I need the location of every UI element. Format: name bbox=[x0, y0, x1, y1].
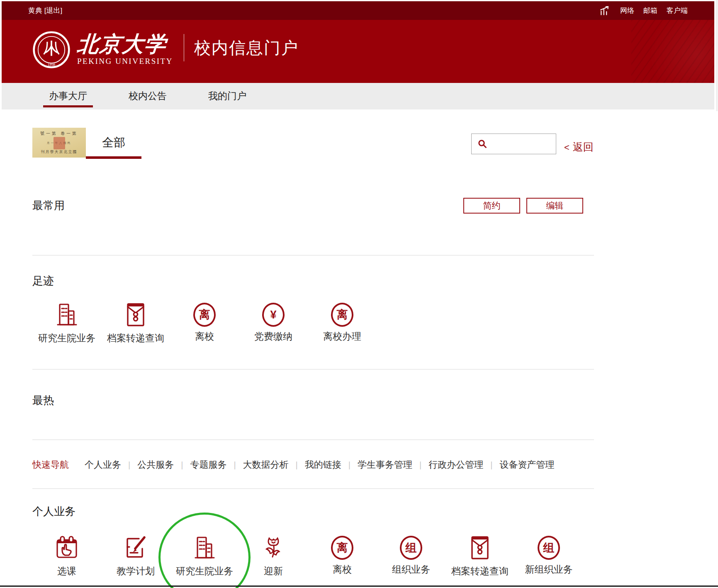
service-item-label: 党费缴纳 bbox=[254, 330, 292, 343]
section-divider bbox=[32, 488, 594, 489]
nav-separator: | bbox=[234, 460, 236, 470]
service-item[interactable]: 选课 bbox=[32, 534, 101, 578]
nav-separator: | bbox=[348, 460, 350, 470]
service-item[interactable]: 离离校 bbox=[308, 534, 377, 578]
nav-separator: | bbox=[419, 460, 421, 470]
main-tab-bar: 办事大厅 校内公告 我的门户 bbox=[2, 83, 714, 109]
university-name-zh: 北京大学 bbox=[76, 34, 173, 54]
edit-doc-icon bbox=[122, 534, 149, 561]
section-title-hottest: 最热 bbox=[32, 393, 54, 408]
service-item-label: 迎新 bbox=[264, 565, 283, 578]
brand-header: 1898 北京大学 PEKING UNIVERSITY 校内信息门户 bbox=[2, 20, 714, 83]
building-icon bbox=[54, 301, 80, 328]
section-divider bbox=[32, 255, 594, 255]
service-item-label: 离校 bbox=[333, 563, 352, 576]
service-item-label: 离校办理 bbox=[323, 330, 361, 343]
top-user-bar: 黄典 [退出] 网络 邮箱 客户端 bbox=[2, 1, 714, 20]
personal-item-row: 选课 教学计划 研究生院业务 迎新离离校组组织业务 bbox=[32, 534, 583, 578]
red-seal-stamp bbox=[54, 137, 65, 149]
service-item-label: 研究生院业务 bbox=[38, 332, 95, 345]
service-item[interactable]: 组新组织业务 bbox=[514, 534, 583, 578]
service-item[interactable]: ¥党费缴纳 bbox=[239, 301, 308, 345]
topbar-link-client[interactable]: 客户端 bbox=[667, 6, 688, 15]
service-item-label: 档案转递查询 bbox=[107, 332, 164, 345]
service-item[interactable]: 教学计划 bbox=[101, 534, 170, 578]
service-item-label: 新组织业务 bbox=[525, 563, 573, 576]
quick-nav-link[interactable]: 公共服务 bbox=[137, 459, 174, 471]
section-title-most-used: 最常用 bbox=[32, 198, 65, 213]
logged-in-user[interactable]: 黄典 [退出] bbox=[28, 6, 62, 15]
building-icon bbox=[191, 534, 218, 561]
section-title-personal: 个人业务 bbox=[32, 504, 75, 519]
service-item[interactable]: 研究生院业务 bbox=[170, 534, 239, 578]
edit-button[interactable]: 编辑 bbox=[526, 198, 583, 214]
flower-icon bbox=[260, 534, 287, 561]
window-bottom-edge bbox=[0, 586, 718, 587]
nav-separator: | bbox=[128, 460, 130, 470]
tab-campus-announcements[interactable]: 校内公告 bbox=[123, 83, 173, 109]
nav-separator: | bbox=[181, 460, 183, 470]
category-tab-all[interactable]: 全部 bbox=[86, 128, 141, 158]
portal-title: 校内信息门户 bbox=[194, 36, 299, 59]
section-title-footprints: 足迹 bbox=[32, 274, 54, 288]
topbar-link-network[interactable]: 网络 bbox=[620, 6, 634, 15]
search-box bbox=[471, 134, 556, 154]
service-item-label: 研究生院业务 bbox=[176, 565, 233, 578]
service-item[interactable]: 离离校办理 bbox=[308, 301, 377, 345]
service-item-label: 组织业务 bbox=[392, 563, 430, 576]
tab-service-hall[interactable]: 办事大厅 bbox=[43, 83, 93, 109]
quick-nav-link[interactable]: 大数据分析 bbox=[243, 459, 289, 471]
service-item[interactable]: 迎新 bbox=[239, 534, 308, 578]
quick-nav-link[interactable]: 专题服务 bbox=[190, 459, 226, 471]
quick-nav-bar: 快速导航 个人业务|公共服务|专题服务|大数据分析|我的链接|学生事务管理|行政… bbox=[32, 459, 554, 471]
nav-separator: | bbox=[296, 460, 298, 470]
service-item[interactable]: 离离校 bbox=[170, 301, 239, 345]
university-name-en: PEKING UNIVERSITY bbox=[77, 57, 173, 66]
service-item-label: 档案转递查询 bbox=[451, 565, 509, 578]
nav-separator: | bbox=[490, 460, 492, 470]
service-item[interactable]: 组组织业务 bbox=[377, 534, 445, 578]
pku-seal-logo: 1898 bbox=[32, 31, 71, 69]
quick-nav-link[interactable]: 学生事务管理 bbox=[358, 459, 412, 471]
service-item[interactable]: 档案转递查询 bbox=[101, 301, 170, 345]
back-arrow-icon: < bbox=[564, 142, 570, 153]
svg-text:1898: 1898 bbox=[48, 63, 56, 67]
file-bag-icon bbox=[122, 301, 149, 328]
glyph-circle-icon: 组 bbox=[538, 536, 560, 560]
service-item-label: 离校 bbox=[195, 330, 214, 343]
tab-my-portal[interactable]: 我的门户 bbox=[202, 83, 252, 109]
header-divider bbox=[184, 34, 184, 61]
glyph-circle-icon: 离 bbox=[331, 303, 353, 327]
header-watermark bbox=[631, 20, 714, 83]
service-item-label: 教学计划 bbox=[117, 565, 155, 578]
service-item-label: 选课 bbox=[57, 565, 76, 578]
glyph-circle-icon: 离 bbox=[193, 303, 216, 327]
footprints-item-row: 研究生院业务 档案转递查询离离校¥党费缴纳离离校办理 bbox=[32, 301, 377, 345]
search-icon bbox=[477, 139, 487, 149]
quick-nav-link[interactable]: 个人业务 bbox=[85, 459, 121, 471]
section-divider bbox=[32, 369, 594, 369]
topbar-link-mail[interactable]: 邮箱 bbox=[643, 6, 657, 15]
quick-nav-link[interactable]: 我的链接 bbox=[305, 459, 341, 471]
section-divider bbox=[32, 440, 594, 440]
category-thumbnail[interactable]: 號一第 卷一第 月一年八國民 刊月學大京北立國 bbox=[32, 128, 86, 158]
quick-nav-link[interactable]: 设备资产管理 bbox=[499, 459, 554, 471]
glyph-circle-icon: 组 bbox=[400, 536, 422, 560]
search-input[interactable] bbox=[491, 139, 552, 149]
quick-nav-label[interactable]: 快速导航 bbox=[32, 459, 69, 471]
service-item[interactable]: 研究生院业务 bbox=[32, 301, 101, 345]
bar-chart-up-icon[interactable] bbox=[599, 5, 611, 16]
calendar-hand-icon bbox=[54, 534, 80, 561]
yuan-circle-icon: ¥ bbox=[262, 303, 285, 327]
service-item[interactable]: 档案转递查询 bbox=[445, 534, 514, 578]
glyph-circle-icon: 离 bbox=[331, 536, 353, 560]
simple-mode-button[interactable]: 简约 bbox=[463, 198, 520, 214]
back-link[interactable]: <返回 bbox=[564, 140, 594, 154]
scrollbar-edge bbox=[717, 0, 717, 111]
quick-nav-link[interactable]: 行政办公管理 bbox=[428, 459, 483, 471]
file-bag-icon bbox=[467, 534, 493, 561]
